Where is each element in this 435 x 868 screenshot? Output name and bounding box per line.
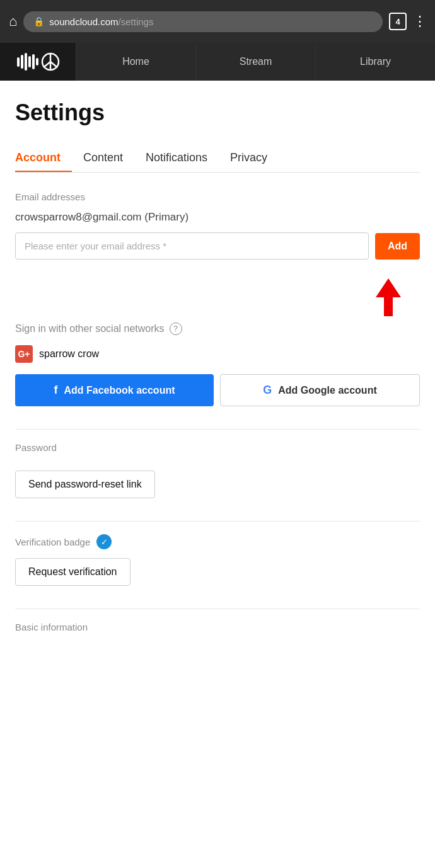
- add-google-button[interactable]: G Add Google account: [220, 374, 420, 406]
- verification-label-row: Verification badge ✓: [15, 534, 420, 549]
- email-section-label: Email addresses: [15, 191, 420, 202]
- svg-rect-0: [17, 57, 20, 67]
- password-section: Password Send password-reset link: [15, 442, 420, 498]
- browser-tab-count[interactable]: 4: [389, 13, 407, 30]
- nav-home[interactable]: Home: [76, 43, 195, 81]
- add-facebook-button[interactable]: f Add Facebook account: [15, 374, 214, 406]
- svg-rect-1: [21, 55, 23, 69]
- primary-email-display: crowsparrow8@gmail.com (Primary): [15, 211, 420, 224]
- nav-stream[interactable]: Stream: [195, 43, 315, 81]
- browser-url-text: soundcloud.com/settings: [49, 16, 153, 27]
- browser-chrome: ⌂ 🔒 soundcloud.com/settings 4 ⋮: [0, 0, 435, 43]
- help-icon[interactable]: ?: [170, 323, 182, 335]
- soundcloud-nav: Home Stream Library: [0, 43, 435, 81]
- page-content: Settings Account Content Notifications P…: [0, 81, 435, 658]
- google-icon: G: [263, 384, 272, 397]
- password-reset-button[interactable]: Send password-reset link: [15, 471, 155, 498]
- page-title: Settings: [15, 100, 420, 126]
- lock-icon: 🔒: [33, 16, 44, 26]
- social-section-label: Sign in with other social networks ?: [15, 323, 420, 335]
- verified-check-icon: ✓: [96, 534, 112, 549]
- basic-info-section-label: Basic information: [15, 622, 420, 632]
- password-section-label: Password: [15, 442, 420, 453]
- svg-rect-4: [32, 54, 35, 69]
- svg-rect-2: [25, 53, 27, 71]
- email-add-row: Add: [15, 232, 420, 260]
- settings-tabs: Account Content Notifications Privacy: [15, 145, 420, 173]
- facebook-icon: f: [54, 384, 57, 397]
- connected-account-name: sparrow crow: [39, 348, 99, 360]
- tab-account[interactable]: Account: [15, 145, 72, 172]
- svg-line-8: [44, 62, 50, 67]
- section-divider-3: [15, 608, 420, 609]
- social-buttons: f Add Facebook account G Add Google acco…: [15, 374, 420, 406]
- tab-content[interactable]: Content: [72, 145, 134, 172]
- arrow-head: [376, 278, 401, 297]
- tab-privacy[interactable]: Privacy: [219, 145, 279, 172]
- section-divider-2: [15, 521, 420, 522]
- verification-section: Verification badge ✓ Request verificatio…: [15, 534, 420, 586]
- nav-items: Home Stream Library: [76, 43, 435, 81]
- tab-notifications[interactable]: Notifications: [134, 145, 219, 172]
- red-arrow: [376, 278, 401, 316]
- facebook-button-label: Add Facebook account: [64, 385, 175, 396]
- nav-library[interactable]: Library: [315, 43, 435, 81]
- browser-home-button[interactable]: ⌂: [9, 13, 17, 30]
- google-button-label: Add Google account: [278, 385, 376, 396]
- email-input[interactable]: [15, 232, 369, 260]
- svg-rect-3: [28, 56, 31, 67]
- section-divider-1: [15, 429, 420, 430]
- soundcloud-logo[interactable]: [0, 43, 76, 81]
- add-email-button[interactable]: Add: [375, 233, 420, 260]
- arrow-shaft: [384, 297, 393, 316]
- google-connected-account: G+ sparrow crow: [15, 345, 420, 363]
- google-plus-icon: G+: [15, 345, 33, 363]
- verification-section-label: Verification badge: [15, 537, 90, 547]
- svg-line-9: [50, 62, 57, 67]
- browser-url-bar[interactable]: 🔒 soundcloud.com/settings: [23, 11, 383, 32]
- request-verification-button[interactable]: Request verification: [15, 558, 130, 586]
- arrow-annotation: [15, 278, 420, 316]
- svg-rect-5: [36, 58, 38, 66]
- browser-menu-button[interactable]: ⋮: [413, 13, 426, 30]
